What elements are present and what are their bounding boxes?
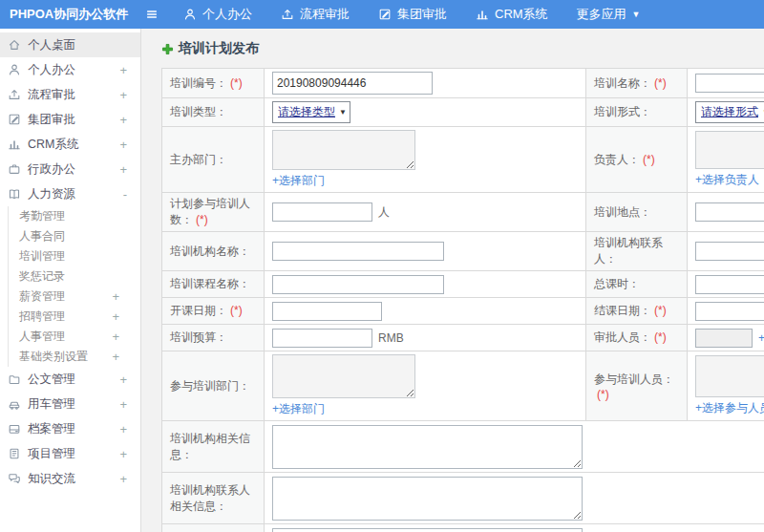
sidebar-item-workflow-approval[interactable]: 流程审批 + (0, 82, 140, 107)
host-department-textarea[interactable] (272, 130, 415, 170)
sidebar-item-personal-desktop[interactable]: 个人桌面 (0, 32, 140, 57)
field-cell (265, 473, 764, 524)
sidebar-subitem-reward-punishment[interactable]: 奖惩记录 (9, 266, 140, 287)
select-department-link[interactable]: +选择部门 (272, 401, 325, 417)
field-label: 培训机构名称： (170, 245, 250, 258)
institution-contact-info-textarea[interactable] (272, 477, 583, 521)
field-label-cell: 审批人员：(*) (586, 325, 688, 351)
training-requirements-textarea[interactable] (272, 528, 583, 532)
nav-group-approval[interactable]: 集团审批 (378, 6, 447, 23)
form-row: 培训课程名称： 总课时： (162, 271, 764, 298)
expand-indicator[interactable]: + (112, 309, 119, 324)
expand-indicator[interactable]: + (119, 397, 127, 412)
start-date-input[interactable] (272, 302, 382, 321)
form-row: 开课日期：(*) 结课日期：(*) (162, 298, 764, 325)
sidebar-subitem-recruitment[interactable]: 招聘管理 + (9, 307, 140, 327)
planned-participants-input[interactable] (272, 202, 372, 222)
course-name-input[interactable] (272, 275, 444, 294)
sidebar-subitem-base-category-settings[interactable]: 基础类别设置 + (9, 347, 140, 367)
sidebar: 个人桌面 个人办公 + 流程审批 + 集团审批 + CRM系统 + 行政办公 +… (0, 29, 141, 532)
expand-indicator[interactable]: + (119, 472, 127, 486)
expand-indicator[interactable]: + (119, 162, 127, 177)
sidebar-item-crm-system[interactable]: CRM系统 + (0, 132, 140, 157)
field-label-cell: 培训名称：(*) (586, 69, 688, 98)
nav-more-apps[interactable]: 更多应用 ▼ (577, 6, 641, 23)
field-cell (688, 271, 764, 298)
sidebar-item-group-approval[interactable]: 集团审批 + (0, 107, 140, 132)
select-participants-link[interactable]: +选择参与人员 (695, 400, 764, 416)
select-leader-link[interactable]: +选择负责人 (695, 172, 759, 188)
sidebar-subitem-attendance[interactable]: 考勤管理 (9, 206, 140, 226)
expand-indicator[interactable]: + (119, 113, 127, 127)
collapse-indicator[interactable]: - (123, 187, 127, 202)
sidebar-item-label: 知识交流 (28, 471, 75, 487)
field-label: 总课时： (594, 277, 640, 290)
sidebar-item-document-management[interactable]: 公文管理 + (0, 367, 140, 392)
sidebar-item-label: 行政办公 (28, 161, 75, 178)
expand-indicator[interactable]: + (119, 88, 127, 102)
sidebar-item-knowledge-exchange[interactable]: 知识交流 + (0, 466, 140, 491)
sidebar-item-archive-management[interactable]: 档案管理 + (0, 416, 140, 441)
sidebar-item-human-resources[interactable]: 人力资源 - (0, 181, 140, 206)
nav-personal-office[interactable]: 个人办公 (183, 6, 252, 23)
expand-indicator[interactable]: + (112, 289, 119, 304)
leader-textarea[interactable] (695, 131, 764, 169)
field-cell (688, 193, 764, 232)
select-approver-link[interactable]: +选择审批人员 (758, 331, 764, 345)
expand-indicator[interactable]: + (119, 447, 127, 461)
expand-indicator[interactable]: + (119, 422, 127, 436)
training-name-input[interactable] (695, 74, 764, 93)
sidebar-item-project-management[interactable]: 项目管理 + (0, 441, 140, 466)
sidebar-item-personal-office[interactable]: 个人办公 + (0, 57, 140, 82)
required-marker: (*) (196, 213, 208, 226)
sidebar-subitem-personnel-management[interactable]: 人事管理 + (9, 327, 140, 347)
institution-info-textarea[interactable] (272, 425, 583, 469)
total-hours-input[interactable] (695, 275, 764, 294)
nav-label: 个人办公 (202, 6, 252, 23)
participants-textarea[interactable] (695, 355, 764, 397)
field-label: 参与培训部门： (170, 379, 250, 393)
form-row: 培训机构联系人相关信息： (162, 473, 764, 524)
budget-input[interactable] (272, 329, 372, 348)
expand-indicator[interactable]: + (119, 372, 127, 387)
field-label-cell: 主办部门： (162, 127, 265, 193)
nav-crm-system[interactable]: CRM系统 (476, 6, 548, 23)
home-icon (8, 38, 21, 52)
select-department-link[interactable]: +选择部门 (272, 173, 325, 189)
sidebar-item-label: 个人办公 (28, 62, 75, 78)
field-label: 参与培训人员： (594, 372, 674, 386)
field-cell (265, 421, 764, 473)
field-cell (265, 524, 764, 532)
participating-departments-textarea[interactable] (272, 354, 415, 398)
sidebar-subitem-salary-management[interactable]: 薪资管理 + (9, 287, 140, 307)
sidebar-subitem-hr-contract[interactable]: 人事合同 (9, 226, 140, 246)
field-label: 负责人： (594, 153, 640, 166)
end-date-input[interactable] (695, 302, 764, 321)
menu-toggle-button[interactable] (136, 8, 168, 21)
notebook-icon (8, 447, 21, 460)
sidebar-item-label: 人力资源 (28, 186, 75, 202)
training-form-select[interactable]: 请选择形式 ▼ (695, 101, 764, 123)
training-location-input[interactable] (695, 202, 764, 222)
approver-box[interactable] (695, 329, 753, 348)
expand-indicator[interactable]: + (112, 330, 119, 344)
sidebar-item-vehicle-management[interactable]: 用车管理 + (0, 392, 140, 416)
training-id-input[interactable] (272, 72, 433, 95)
institution-contact-input[interactable] (695, 242, 764, 261)
field-label: 培训机构相关信息： (170, 432, 250, 461)
sidebar-item-admin-office[interactable]: 行政办公 + (0, 157, 140, 181)
expand-indicator[interactable]: + (112, 350, 119, 364)
expand-indicator[interactable]: + (119, 138, 127, 152)
field-label-cell: 负责人：(*) (586, 127, 688, 193)
sidebar-subitem-training-management[interactable]: 培训管理 (9, 246, 140, 266)
nav-workflow-approval[interactable]: 流程审批 (281, 6, 350, 23)
workflow-icon (8, 88, 21, 101)
form-row: 参与培训部门： +选择部门 参与培训人员：(*) +选择参与人员 (162, 351, 764, 421)
training-type-select[interactable]: 请选择类型 ▼ (272, 101, 350, 123)
sidebar-subitem-label: 招聘管理 (19, 309, 65, 325)
sidebar-subitem-label: 奖惩记录 (19, 268, 65, 285)
field-label-cell: 培训形式： (586, 98, 688, 127)
expand-indicator[interactable]: + (119, 63, 127, 77)
institution-name-input[interactable] (272, 242, 444, 261)
plus-icon (161, 43, 174, 55)
